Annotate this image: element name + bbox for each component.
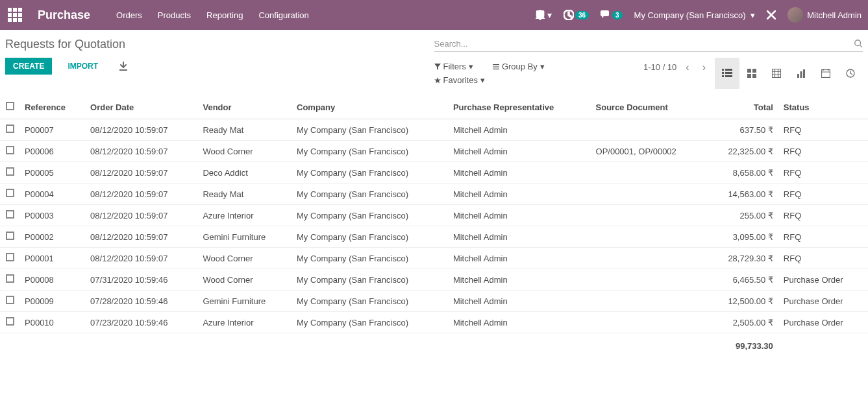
company-label: My Company (San Francisco) (634, 10, 746, 20)
row-checkbox[interactable] (6, 296, 14, 304)
col-purchase-rep[interactable]: Purchase Representative (448, 95, 591, 119)
discuss-icon[interactable]: 3 (601, 10, 623, 19)
app-brand[interactable]: Purchase (38, 8, 90, 22)
view-activity-icon[interactable] (838, 58, 863, 89)
col-source-doc[interactable]: Source Document (591, 95, 708, 119)
cell-order-date: 07/28/2020 10:59:46 (85, 291, 197, 312)
nav-orders[interactable]: Orders (116, 10, 142, 20)
company-selector[interactable]: My Company (San Francisco) ▾ (634, 10, 756, 20)
table-row[interactable]: P0001007/23/2020 10:59:46Azure InteriorM… (0, 312, 868, 333)
cell-reference: P00010 (19, 312, 85, 333)
cell-total: 6,465.50 ₹ (707, 269, 778, 291)
import-button[interactable]: IMPORT (60, 58, 106, 75)
svg-rect-3 (722, 72, 724, 74)
create-button[interactable]: CREATE (5, 58, 52, 75)
table-row[interactable]: P0000308/12/2020 10:59:07Azure InteriorM… (0, 205, 868, 226)
table-row[interactable]: P0000508/12/2020 10:59:07Deco AddictMy C… (0, 162, 868, 184)
view-calendar-icon[interactable] (813, 58, 838, 89)
cell-status: RFQ (778, 162, 868, 184)
cell-company: My Company (San Francisco) (291, 312, 448, 333)
cell-purchase-rep: Mitchell Admin (448, 184, 591, 205)
cell-source-doc (591, 269, 708, 291)
select-all-checkbox[interactable] (6, 102, 14, 110)
cell-total: 255.00 ₹ (707, 205, 778, 226)
table-header-row: Reference Order Date Vendor Company Purc… (0, 95, 868, 119)
caret-down-icon: ▾ (540, 62, 545, 71)
search-expand-icon[interactable] (854, 39, 863, 48)
row-checkbox[interactable] (6, 274, 14, 283)
cell-purchase-rep: Mitchell Admin (448, 291, 591, 312)
cell-company: My Company (San Francisco) (291, 162, 448, 184)
row-checkbox[interactable] (6, 253, 14, 261)
download-icon[interactable] (114, 62, 133, 71)
cell-purchase-rep: Mitchell Admin (448, 269, 591, 291)
cell-total: 22,325.00 ₹ (707, 141, 778, 162)
cell-reference: P00009 (19, 291, 85, 312)
nav-configuration[interactable]: Configuration (258, 10, 308, 20)
row-checkbox[interactable] (6, 210, 14, 219)
svg-rect-5 (725, 69, 732, 71)
cell-status: Purchase Order (778, 269, 868, 291)
debug-close-icon[interactable] (767, 10, 776, 19)
cell-order-date: 08/12/2020 10:59:07 (85, 248, 197, 269)
row-checkbox[interactable] (6, 232, 14, 240)
table-row[interactable]: P0000408/12/2020 10:59:07Ready MatMy Com… (0, 184, 868, 205)
svg-rect-11 (752, 74, 756, 78)
pager-prev-icon[interactable]: ‹ (682, 58, 693, 77)
nav-right: ▾ 36 3 My Company (San Francisco) ▾ Mitc… (536, 7, 862, 23)
nav-products[interactable]: Products (158, 10, 191, 20)
row-checkbox[interactable] (6, 125, 14, 133)
cell-total: 14,563.00 ₹ (707, 184, 778, 205)
table-row[interactable]: P0000708/12/2020 10:59:07Ready MatMy Com… (0, 119, 868, 141)
svg-rect-6 (725, 72, 732, 74)
col-company[interactable]: Company (291, 95, 448, 119)
filters-button[interactable]: Filters ▾ (434, 62, 473, 71)
table-row[interactable]: P0000807/31/2020 10:59:46Wood CornerMy C… (0, 269, 868, 291)
groupby-button[interactable]: Group By ▾ (493, 62, 545, 71)
col-vendor[interactable]: Vendor (197, 95, 291, 119)
table-row[interactable]: P0000108/12/2020 10:59:07Wood CornerMy C… (0, 248, 868, 269)
table-row[interactable]: P0000907/28/2020 10:59:46Gemini Furnitur… (0, 291, 868, 312)
messaging-icon[interactable]: ▾ (536, 10, 552, 20)
cell-source-doc (591, 226, 708, 248)
table-row[interactable]: P0000208/12/2020 10:59:07Gemini Furnitur… (0, 226, 868, 248)
view-list-icon[interactable] (715, 58, 739, 89)
footer-total: 99,733.30 (707, 333, 778, 357)
view-graph-icon[interactable] (789, 58, 813, 89)
search-input[interactable] (434, 36, 854, 51)
cell-reference: P00007 (19, 119, 85, 141)
discuss-badge: 3 (612, 11, 623, 19)
pager-next-icon[interactable]: › (699, 58, 710, 77)
cell-total: 637.50 ₹ (707, 119, 778, 141)
favorites-button[interactable]: Favorites ▾ (434, 75, 485, 85)
pager-value[interactable]: 1-10 / 10 (643, 62, 676, 73)
cell-order-date: 07/23/2020 10:59:46 (85, 312, 197, 333)
row-checkbox[interactable] (6, 189, 14, 197)
cell-purchase-rep: Mitchell Admin (448, 248, 591, 269)
svg-rect-9 (752, 69, 756, 73)
cell-status: RFQ (778, 226, 868, 248)
col-total[interactable]: Total (707, 95, 778, 119)
row-checkbox[interactable] (6, 146, 14, 154)
col-reference[interactable]: Reference (19, 95, 85, 119)
row-checkbox[interactable] (6, 317, 14, 326)
col-status[interactable]: Status (778, 95, 868, 119)
cell-status: RFQ (778, 248, 868, 269)
control-panel: Requests for Quotation CREATE IMPORT Fil… (0, 30, 868, 89)
cell-vendor: Wood Corner (197, 269, 291, 291)
activities-icon[interactable]: 36 (564, 10, 589, 20)
view-kanban-icon[interactable] (739, 58, 764, 89)
view-pivot-icon[interactable] (764, 58, 789, 89)
cell-source-doc (591, 184, 708, 205)
cell-source-doc (591, 162, 708, 184)
favorites-label: Favorites (443, 75, 478, 85)
svg-rect-16 (822, 70, 830, 78)
table-row[interactable]: P0000608/12/2020 10:59:07Wood CornerMy C… (0, 141, 868, 162)
col-order-date[interactable]: Order Date (85, 95, 197, 119)
user-menu[interactable]: Mitchell Admin (787, 7, 862, 23)
nav-reporting[interactable]: Reporting (206, 10, 243, 20)
cell-vendor: Deco Addict (197, 162, 291, 184)
search-box[interactable] (434, 36, 863, 52)
apps-icon[interactable] (6, 6, 25, 23)
row-checkbox[interactable] (6, 167, 14, 176)
